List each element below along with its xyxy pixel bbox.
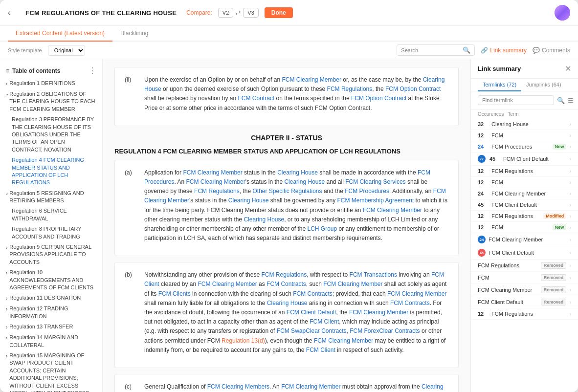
list-item[interactable]: 12 FCM › [471,130,578,141]
link-fcm-contracts-b2[interactable]: FCM Contracts [293,290,333,297]
sidebar-item-reg15[interactable]: › Regulation 15 MARGINING OF SWAP PRODUC… [0,350,102,392]
list-item[interactable]: 45 FCM Client Default › [471,199,578,211]
link-fcm-clearing-services-a[interactable]: FCM Clearing Services [345,178,405,185]
search-icon: 🔍 [463,46,470,54]
link-summary-button[interactable]: 🔗 Link summary [481,47,527,54]
link-fcm-client-b3[interactable]: FCM Client [306,347,335,353]
list-view-icon[interactable]: ☰ [568,97,574,104]
panel-close-button[interactable]: ✕ [565,64,571,73]
link-clearing-house-a[interactable]: Clearing House [277,169,318,176]
link-clearing-house-b[interactable]: Clearing House [267,300,308,306]
find-search-icon[interactable]: 🔍 [557,97,565,104]
style-select[interactable]: Original [48,45,85,56]
list-item[interactable]: FCM Clearing Member Removed › [471,284,578,296]
chevron-right-icon: › [569,299,571,305]
sidebar-item-reg6[interactable]: Regulation 6 SERVICE WITHDRAWAL [0,206,102,224]
link-clearing-house-a2[interactable]: Clearing House [284,178,325,185]
sidebar-item-reg13[interactable]: › Regulation 13 TRANSFER [0,322,102,332]
version-v2-button[interactable]: V2 [218,8,233,18]
link-fcm-client-b2[interactable]: FCM Client [310,318,339,325]
link-fcm-client-default-b[interactable]: FCM Client Default [287,309,336,316]
link-clearing-house-a4[interactable]: Clearing House [244,216,284,223]
link-fcm-clearing-member-b5[interactable]: FCM Clearing Member [314,337,373,344]
list-item[interactable]: FCM Regulations Removed › [471,260,578,272]
link-fcm-clearing-member-b[interactable]: FCM Clearing Member [198,281,257,287]
link-fcm-membership-agreement[interactable]: FCM Membership Agreement [337,197,414,204]
link-fcm-clearing-member-a[interactable]: FCM Clearing Member [183,169,242,176]
comments-button[interactable]: 💬 Comments [533,47,570,54]
list-item[interactable]: 12 FCM Regulations Modified › [471,211,578,222]
removed-badge: Removed [541,299,567,305]
chevron-right-icon: › [569,262,571,268]
link-fcm-contracts-b[interactable]: FCM Contracts [267,281,306,287]
link-clearing-house-a3[interactable]: Clearing House [228,197,269,204]
list-item[interactable]: FCM Client Default Removed › [471,296,578,308]
sidebar-item-reg2[interactable]: › Regulation 2 OBLIGATIONS OF THE CLEARI… [0,89,102,114]
sidebar-item-reg9[interactable]: › Regulation 9 CERTAIN GENERAL PROVISION… [0,242,102,267]
tab-blacklining[interactable]: Blacklining [112,26,156,42]
link-fcm-contract[interactable]: FCM Contract [238,95,274,102]
find-termlink-input[interactable] [478,95,554,105]
tab-jumplinks[interactable]: Jumplinks (64) [521,79,566,91]
list-item[interactable]: 12 FCM New › [471,222,578,233]
link-fcm-clearing-member-b4[interactable]: FCM Clearing Member [349,309,408,316]
link-fcm-clearing-member-c[interactable]: FCM Clearing Member [281,383,340,390]
list-item[interactable]: FCM Removed › [471,272,578,284]
link-fcm-option-contract[interactable]: FCM Option Contract [385,86,441,92]
list-item[interactable]: 24 FCM Procedures New › [471,141,578,152]
list-item[interactable]: 32 Clearing House › [471,119,578,130]
sidebar-item-reg10[interactable]: › Regulation 10 ACKNOWLEDGEMENTS AND AGR… [0,267,102,293]
sidebar-item-reg4[interactable]: Regulation 4 FCM CLEARING MEMBER STATUS … [0,155,102,188]
sidebar-item-reg8[interactable]: Regulation 8 PROPRIETARY ACCOUNTS AND TR… [0,224,102,242]
search-input[interactable] [401,47,460,53]
list-item[interactable]: 12 FCM Regulations › [471,166,578,177]
link-fcm-regulations-a[interactable]: FCM Regulations [194,188,240,195]
done-button[interactable]: Done [265,7,293,18]
list-item[interactable]: 24 FCM Clearing Member › [471,188,578,199]
list-item[interactable]: 77 45 FCM Client Default › [471,152,578,166]
link-fcm-clearing-member-b2[interactable]: FCM Clearing Member [323,281,382,287]
sidebar-item-reg5[interactable]: › Regulation 5 RESIGNING AND RETIRING ME… [0,188,102,206]
list-item[interactable]: 12 FCM Regulations › [471,308,578,320]
sidebar-item-reg14[interactable]: › Regulation 14 MARGIN AND COLLATERAL [0,332,102,350]
link-fcm-clearing-member[interactable]: FCM Clearing Member [282,76,341,83]
list-item[interactable]: 12 FCM › [471,177,578,188]
link-fcm-regulations-1[interactable]: FCM Regulations [327,86,373,92]
tab-termlinks[interactable]: Termlinks (72) [478,79,521,91]
version-v3-button[interactable]: V3 [243,8,258,18]
term-list-header: Occurences Term [471,109,578,119]
link-fcm-procedures-a2[interactable]: FCM Procedures [345,188,389,195]
toc-menu-icon[interactable]: ⋮ [89,66,96,75]
link-fcm-contracts-b3[interactable]: FCM Contracts [390,300,430,306]
link-fcm-clearing-member-a2[interactable]: FCM Clearing Member [186,178,245,185]
link-fcm-swapclear[interactable]: FCM SwapClear Contracts [277,327,347,334]
sidebar-item-reg1[interactable]: › Regulation 1 DEFINITIONS [0,78,102,89]
chevron-right-icon: › [569,121,571,127]
chevron-right-icon: › [569,144,571,150]
chevron-right-icon: › [569,202,571,208]
list-item[interactable]: 24 FCM Clearing Member › [471,233,578,246]
link-fcm-regulations-b[interactable]: FCM Regulations [261,271,307,278]
link-fcm-forexclear[interactable]: FCM ForexClear Contracts [350,327,420,334]
list-item[interactable]: 45 FCM Client Default › [471,246,578,260]
para-c-section: (c) General Qualification of FCM Clearin… [114,374,459,392]
link-other-specific-regs[interactable]: Other Specific Regulations [252,188,322,195]
link-lch-group[interactable]: LCH Group [308,225,337,232]
link-fcm-option-contract-2[interactable]: FCM Option Contract [351,95,406,102]
sidebar-item-reg12[interactable]: › Regulation 12 TRADING INFORMATION [0,304,102,322]
toc-lines-icon: ≡ [6,67,9,74]
link-fcm-transactions-b[interactable]: FCM Transactions [350,271,397,278]
link-regulation-13d[interactable]: Regulation 13(d) [222,337,265,344]
arrows-icon: ⇄ [235,9,241,17]
link-fcm-clearing-member-a4[interactable]: FCM Clearing Member [363,207,422,214]
link-icon: 🔗 [481,47,488,54]
link-fcm-clients-b[interactable]: FCM Clients [158,290,191,297]
sidebar-item-reg11[interactable]: › Regulation 11 DESIGNATION [0,293,102,304]
link-fcm-clearing-members-c[interactable]: FCM Clearing Members [207,383,269,390]
tab-extracted[interactable]: Extracted Content (Latest version) [8,26,112,42]
intro-section: (ii) Upon the exercise of an Option by o… [114,67,459,126]
link-fcm-clearing-member-b3[interactable]: FCM Clearing Member [387,290,446,297]
panel-title: Link summary [478,65,521,72]
back-button[interactable]: ‹ [8,7,20,19]
sidebar-item-reg3[interactable]: Regulation 3 PERFORMANCE BY THE CLEARING… [0,114,102,155]
